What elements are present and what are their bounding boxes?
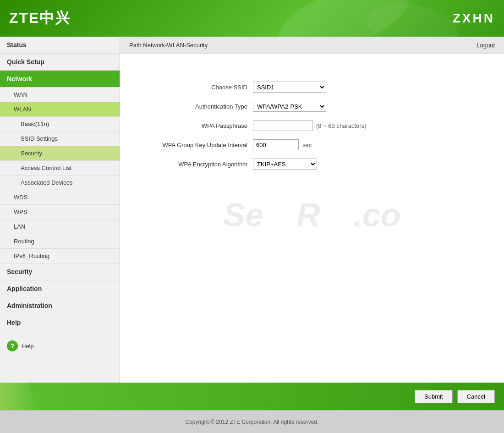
sidebar-item-lan[interactable]: LAN [0, 219, 120, 234]
sidebar-item-routing[interactable]: Routing [0, 234, 120, 249]
help-icon[interactable]: ? [7, 340, 18, 351]
encryption-row: WPA Encryption Algorithm TKIP+AES TKIP A… [134, 159, 490, 170]
choose-ssid-select[interactable]: SSID1 SSID2 SSID3 SSID4 [253, 82, 326, 93]
choose-ssid-row: Choose SSID SSID1 SSID2 SSID3 SSID4 [134, 82, 490, 93]
group-key-input[interactable] [253, 139, 299, 150]
sidebar-item-acl[interactable]: Access Control List [0, 161, 120, 175]
bottom-bar: Submit Cancel [0, 383, 504, 410]
sidebar-item-basic11n[interactable]: Basic(11n) [0, 117, 120, 132]
header-title: ZXHN [453, 11, 495, 26]
sidebar-item-wds[interactable]: WDS [0, 190, 120, 205]
main-container: Status Quick Setup Network WAN WLAN Basi… [0, 37, 504, 383]
right-panel: Path:Network-WLAN-Security Logout Se R .… [120, 37, 504, 383]
choose-ssid-label: Choose SSID [134, 84, 253, 91]
sidebar-item-wan[interactable]: WAN [0, 88, 120, 102]
sidebar-item-network[interactable]: Network [0, 71, 120, 88]
sidebar-item-security[interactable]: Security [0, 146, 120, 161]
breadcrumb: Path:Network-WLAN-Security [129, 42, 208, 49]
group-key-label: WPA Group Key Update Interval [134, 142, 253, 148]
auth-type-row: Authentication Type WPA/WPA2-PSK WPA-PSK… [134, 101, 490, 112]
sidebar-item-administration[interactable]: Administration [0, 297, 120, 314]
auth-type-label: Authentication Type [134, 103, 253, 110]
sidebar-item-ssid-settings[interactable]: SSID Settings [0, 132, 120, 146]
passphrase-hint: (8 ~ 63 characters) [316, 122, 366, 129]
passphrase-input[interactable] [253, 120, 312, 131]
sidebar: Status Quick Setup Network WAN WLAN Basi… [0, 37, 120, 383]
copyright-text: Copyright © 2012 ZTE Corporation. All ri… [186, 419, 319, 425]
sidebar-item-help[interactable]: Help [0, 314, 120, 331]
sidebar-item-wps[interactable]: WPS [0, 205, 120, 219]
cancel-button[interactable]: Cancel [457, 390, 495, 403]
sidebar-help-label: Help [22, 343, 34, 350]
sidebar-item-wlan[interactable]: WLAN [0, 102, 120, 117]
sidebar-item-associated-devices[interactable]: Associated Devices [0, 175, 120, 190]
auth-type-select[interactable]: WPA/WPA2-PSK WPA-PSK WPA2-PSK None [253, 101, 326, 112]
sidebar-item-security-section[interactable]: Security [0, 263, 120, 280]
form-container: Choose SSID SSID1 SSID2 SSID3 SSID4 Auth… [134, 82, 490, 170]
content-area: Se R .co Choose SSID SSID1 SSID2 SSID3 S… [120, 54, 504, 383]
encryption-select[interactable]: TKIP+AES TKIP AES [253, 159, 317, 170]
group-key-hint: sec [302, 142, 312, 148]
sidebar-item-status[interactable]: Status [0, 37, 120, 54]
logout-link[interactable]: Logout [477, 42, 495, 49]
sidebar-item-application[interactable]: Application [0, 280, 120, 297]
sidebar-help: ? Help [0, 331, 120, 361]
header: ZTE中兴 ZXHN [0, 0, 504, 37]
footer: Copyright © 2012 ZTE Corporation. All ri… [0, 410, 504, 433]
passphrase-label: WPA Passphrase [134, 122, 253, 129]
watermark: Se R .co [223, 196, 401, 233]
passphrase-row: WPA Passphrase (8 ~ 63 characters) [134, 120, 490, 131]
submit-button[interactable]: Submit [415, 390, 452, 403]
breadcrumb-bar: Path:Network-WLAN-Security Logout [120, 37, 504, 54]
encryption-label: WPA Encryption Algorithm [134, 161, 253, 168]
sidebar-item-quick-setup[interactable]: Quick Setup [0, 54, 120, 71]
logo: ZTE中兴 [9, 8, 71, 28]
group-key-row: WPA Group Key Update Interval sec [134, 139, 490, 150]
sidebar-item-ipv6-routing[interactable]: IPv6_Routing [0, 249, 120, 263]
